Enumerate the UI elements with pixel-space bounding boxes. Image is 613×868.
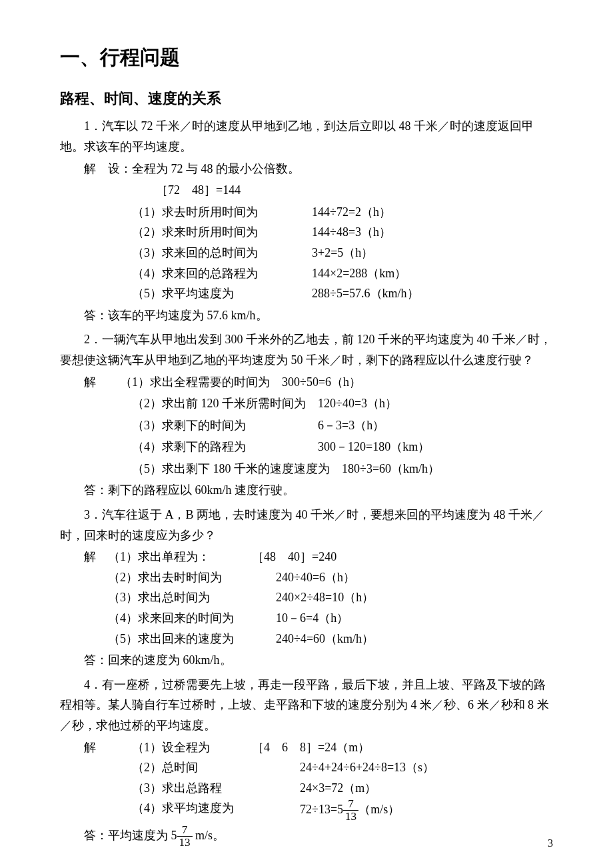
step-label: （2）求来时所用时间为 <box>132 222 312 243</box>
step-label: （2）总时间 <box>132 757 300 778</box>
problem-1-solution-label: 解 设：全程为 72 与 48 的最小公倍数。 <box>84 159 553 179</box>
answer-suffix: m/s。 <box>193 829 225 842</box>
step-value: 144÷48=3（h） <box>312 222 391 243</box>
step-value: 144÷72=2（h） <box>312 202 391 223</box>
step-label: 解 （1）求出单程为： <box>84 547 252 567</box>
step-label: （2）求出去时时间为 <box>108 567 276 588</box>
step-value: 288÷5=57.6（km/h） <box>312 283 419 304</box>
step-label: （4）求来回来的时间为 <box>108 608 276 629</box>
fraction-denominator: 13 <box>177 837 193 849</box>
section-heading: 一、行程问题 <box>60 40 553 74</box>
fraction-icon: 713 <box>177 824 193 849</box>
problem-3-text: 3．汽车往返于 A，B 两地，去时速度为 40 千米／时，要想来回的平均速度为 … <box>60 505 553 545</box>
step-label: 解 （1）设全程为 <box>84 737 252 758</box>
problem-2-step-5: （5）求出剩下 180 千米的速度速度为 180÷3=60（km/h） <box>132 459 553 479</box>
problem-1-step-5: （5）求平均速度为 288÷5=57.6（km/h） <box>132 283 553 304</box>
problem-2-text: 2．一辆汽车从甲地出发到 300 千米外的乙地去，前 120 千米的平均速度为 … <box>60 329 553 370</box>
problem-2-step-2: （2）求出前 120 千米所需时间为 120÷40=3（h） <box>132 393 553 414</box>
problem-4-answer: 答：平均速度为 5713 m/s。 <box>84 824 553 849</box>
value-prefix: 72÷13=5 <box>300 803 343 816</box>
step-value: 24×3=72（m） <box>300 778 376 799</box>
step-value: ［4 6 8］=24（m） <box>252 737 370 758</box>
problem-4-step-4: （4）求平均速度为 72÷13=5713（m/s） <box>132 798 553 823</box>
problem-2-step-3: （3）求剩下的时间为 6－3=3（h） <box>132 415 553 436</box>
step-value: 240×2÷48=10（h） <box>276 587 374 608</box>
step-value: 24÷4+24÷6+24÷8=13（s） <box>300 757 434 778</box>
fraction-icon: 713 <box>343 798 358 823</box>
step-label: （3）求来回的总时间为 <box>132 243 312 263</box>
step-value: 144×2=288（km） <box>312 263 406 284</box>
step-value: 240÷4=60（km/h） <box>276 629 374 649</box>
step-value: 240÷40=6（h） <box>276 567 355 588</box>
problem-1-step-lcm: ［72 48］=144 <box>156 180 553 201</box>
fraction-numerator: 7 <box>177 824 193 837</box>
problem-3-answer: 答：回来的速度为 60km/h。 <box>84 650 553 671</box>
step-value: 3+2=5（h） <box>312 243 373 263</box>
problem-1-step-2: （2）求来时所用时间为 144÷48=3（h） <box>132 222 553 243</box>
step-label: （5）求平均速度为 <box>132 283 312 304</box>
problem-1-step-4: （4）求来回的总路程为 144×2=288（km） <box>132 263 553 284</box>
problem-1-text: 1．汽车以 72 千米／时的速度从甲地到乙地，到达后立即以 48 千米／时的速度… <box>60 116 553 157</box>
step-value: 72÷13=5713（m/s） <box>300 798 400 823</box>
step-label: （3）求出总时间为 <box>108 587 276 608</box>
problem-2-step-1: 解 （1）求出全程需要的时间为 300÷50=6（h） <box>84 372 553 393</box>
answer-prefix: 答：平均速度为 5 <box>84 829 177 842</box>
problem-4-text: 4．有一座桥，过桥需要先上坡，再走一段平路，最后下坡，并且上坡、平路及下坡的路程… <box>60 675 553 736</box>
step-label: （3）求出总路程 <box>132 778 300 799</box>
fraction-numerator: 7 <box>343 798 358 811</box>
problem-3-step-4: （4）求来回来的时间为 10－6=4（h） <box>108 608 553 629</box>
document-page: 一、行程问题 路程、时间、速度的关系 1．汽车以 72 千米／时的速度从甲地到乙… <box>0 0 613 868</box>
problem-3-step-1: 解 （1）求出单程为： ［48 40］=240 <box>84 547 553 567</box>
problem-4-step-2: （2）总时间 24÷4+24÷6+24÷8=13（s） <box>132 757 553 778</box>
step-label: （5）求出回来的速度为 <box>108 629 276 649</box>
problem-4-step-3: （3）求出总路程 24×3=72（m） <box>132 778 553 799</box>
value-suffix: （m/s） <box>358 803 400 816</box>
problem-2-step-4: （4）求剩下的路程为 300－120=180（km） <box>132 437 553 457</box>
step-label: （1）求去时所用时间为 <box>132 202 312 223</box>
problem-1-answer: 答：该车的平均速度为 57.6 km/h。 <box>84 305 553 326</box>
problem-1-step-3: （3）求来回的总时间为 3+2=5（h） <box>132 243 553 263</box>
fraction-denominator: 13 <box>343 811 358 823</box>
step-label: （4）求平均速度为 <box>132 798 300 823</box>
step-value: ［48 40］=240 <box>252 547 336 567</box>
problem-2-answer: 答：剩下的路程应以 60km/h 速度行驶。 <box>84 480 553 501</box>
subsection-heading: 路程、时间、速度的关系 <box>60 86 553 111</box>
step-value: 10－6=4（h） <box>276 608 348 629</box>
problem-3-step-2: （2）求出去时时间为 240÷40=6（h） <box>108 567 553 588</box>
problem-1-step-1: （1）求去时所用时间为 144÷72=2（h） <box>132 202 553 223</box>
problem-4-step-1: 解 （1）设全程为 ［4 6 8］=24（m） <box>84 737 553 758</box>
problem-3-step-5: （5）求出回来的速度为 240÷4=60（km/h） <box>108 629 553 649</box>
step-label: （4）求来回的总路程为 <box>132 263 312 284</box>
page-number: 3 <box>548 834 553 852</box>
problem-3-step-3: （3）求出总时间为 240×2÷48=10（h） <box>108 587 553 608</box>
